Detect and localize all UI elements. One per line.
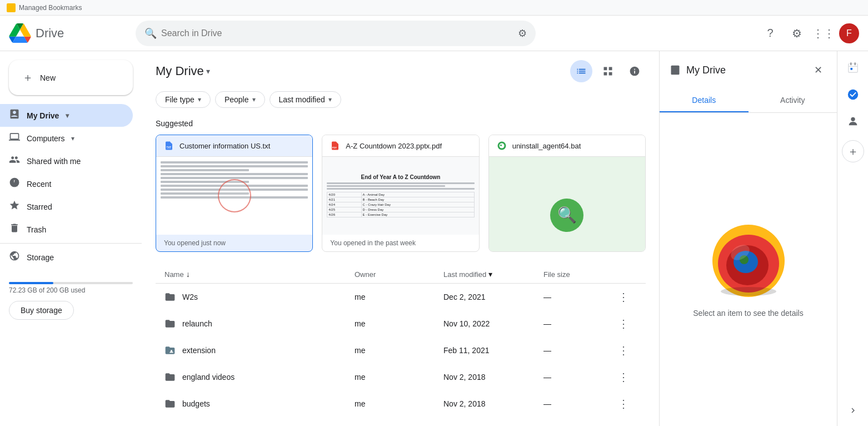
- list-view-button[interactable]: [570, 60, 592, 82]
- col-header-owner: Owner: [355, 270, 443, 279]
- sidebar-item-trash[interactable]: Trash: [0, 218, 133, 241]
- last-modified-filter[interactable]: Last modified ▾: [270, 91, 341, 108]
- sidebar-item-storage[interactable]: Storage: [0, 246, 133, 269]
- file-name-text: england videos: [182, 373, 235, 382]
- file-type-label: File type: [165, 95, 194, 104]
- table-row[interactable]: extension me Feb 11, 2021 — ⋮: [156, 337, 646, 364]
- sidebar-item-shared[interactable]: Shared with me: [0, 150, 133, 172]
- new-button-label: New: [40, 73, 56, 82]
- card-header-pdf: PDF A-Z Countdown 2023.pptx.pdf: [322, 135, 478, 157]
- more-options-button[interactable]: ⋮: [610, 395, 637, 413]
- sidebar-item-my-drive[interactable]: My Drive ▾: [0, 104, 133, 127]
- plus-icon: ＋: [22, 70, 33, 85]
- right-panel: My Drive ✕ Details Activity: [659, 51, 837, 426]
- file-type-filter[interactable]: File type ▾: [156, 91, 211, 108]
- more-icon[interactable]: ⋮: [616, 288, 631, 306]
- card-filename-pdf: A-Z Countdown 2023.pptx.pdf: [346, 142, 442, 150]
- owner-cell: me: [355, 293, 443, 301]
- title-chevron-icon: ▾: [206, 67, 210, 76]
- col-header-modified[interactable]: Last modified ▾: [443, 270, 543, 279]
- size-cell: —: [543, 319, 610, 328]
- table-row[interactable]: england videos me Nov 2, 2018 — ⋮: [156, 364, 646, 390]
- suggested-card-bat[interactable]: uninstall_agent64.bat 🔍 You opened in th…: [488, 135, 646, 252]
- tab-activity[interactable]: Activity: [749, 89, 837, 112]
- drive-title[interactable]: My Drive ▾: [156, 64, 210, 78]
- people-filter[interactable]: People ▾: [215, 91, 265, 108]
- search-input[interactable]: [161, 28, 513, 38]
- grid-view-button[interactable]: [597, 60, 619, 82]
- owner-cell: me: [355, 399, 443, 408]
- add-apps-button[interactable]: ＋: [842, 140, 864, 162]
- size-cell: —: [543, 346, 610, 355]
- more-icon[interactable]: ⋮: [616, 341, 631, 359]
- more-icon[interactable]: ⋮: [616, 315, 631, 333]
- folder-icon: [164, 291, 176, 303]
- google-calendar-icon-btn[interactable]: [842, 57, 864, 79]
- folder-icon-wrap: [164, 398, 176, 409]
- buy-storage-button[interactable]: Buy storage: [9, 301, 74, 320]
- col-size-label: File size: [543, 270, 570, 279]
- panel-illustration-svg: [710, 222, 787, 300]
- owner-cell: me: [355, 319, 443, 328]
- file-name-cell: W2s: [164, 291, 355, 303]
- last-modified-label: Last modified: [279, 95, 325, 104]
- more-options-button[interactable]: ⋮: [610, 288, 637, 306]
- panel-illustration: [710, 222, 787, 300]
- sidebar-item-starred[interactable]: Starred: [0, 195, 133, 218]
- folder-icon-wrap: [164, 291, 176, 303]
- new-button[interactable]: ＋ New: [9, 60, 133, 95]
- storage-text: 72.23 GB of 200 GB used: [9, 286, 133, 294]
- apps-button[interactable]: ⋮⋮: [812, 22, 835, 44]
- file-name-cell: relaunch: [164, 318, 355, 329]
- sidebar-label-starred: Starred: [27, 202, 52, 211]
- help-button[interactable]: ?: [759, 22, 781, 44]
- shared-folder-icon: [164, 345, 176, 356]
- sidebar-item-computers[interactable]: Computers ▾: [0, 127, 133, 150]
- more-options-button[interactable]: ⋮: [610, 368, 637, 386]
- search-bar[interactable]: 🔍 ⚙: [136, 21, 536, 46]
- panel-close-button[interactable]: ✕: [808, 60, 828, 80]
- file-name-cell: england videos: [164, 371, 355, 383]
- trash-icon: [9, 222, 20, 236]
- suggested-card-pdf[interactable]: PDF A-Z Countdown 2023.pptx.pdf End of Y…: [322, 135, 479, 252]
- google-contacts-icon-btn[interactable]: [842, 110, 864, 132]
- owner-cell: me: [355, 373, 443, 382]
- modified-sort-icon: ▾: [488, 270, 492, 279]
- avatar[interactable]: F: [839, 23, 859, 43]
- card-footer-pdf: You opened in the past week: [322, 235, 478, 251]
- size-cell: —: [543, 399, 610, 408]
- table-row[interactable]: relaunch me Nov 10, 2022 — ⋮: [156, 310, 646, 337]
- sidebar-item-recent[interactable]: Recent: [0, 172, 133, 195]
- svg-point-16: [851, 117, 855, 121]
- sidebar-label-trash: Trash: [27, 225, 46, 234]
- more-icon[interactable]: ⋮: [616, 368, 631, 386]
- table-row[interactable]: W2s me Dec 2, 2021 — ⋮: [156, 284, 646, 310]
- tune-icon[interactable]: ⚙: [518, 27, 527, 39]
- svg-point-12: [721, 287, 776, 296]
- logo-area: Drive: [9, 23, 131, 43]
- expand-panel-button[interactable]: [846, 404, 860, 417]
- bat-file-icon: [497, 141, 507, 151]
- more-icon[interactable]: ⋮: [616, 395, 631, 413]
- panel-title: My Drive: [686, 65, 804, 76]
- col-header-name[interactable]: Name ↓: [164, 270, 355, 279]
- more-options-button[interactable]: ⋮: [610, 315, 637, 333]
- chevron-right-icon: ▾: [71, 135, 74, 142]
- suggested-card-txt[interactable]: TXT Customer information US.txt: [156, 135, 313, 252]
- file-rows: W2s me Dec 2, 2021 — ⋮ relaunch me Nov 1…: [156, 284, 646, 417]
- tab-details[interactable]: Details: [660, 89, 749, 112]
- app-name: Drive: [36, 26, 64, 41]
- people-label: People: [225, 95, 249, 104]
- txt-file-icon: TXT: [164, 141, 174, 151]
- panel-header: My Drive ✕: [660, 51, 837, 89]
- table-row[interactable]: budgets me Nov 2, 2018 — ⋮: [156, 390, 646, 417]
- file-name-text: relaunch: [182, 319, 212, 328]
- settings-button[interactable]: ⚙: [786, 22, 808, 44]
- more-options-button[interactable]: ⋮: [610, 341, 637, 359]
- col-owner-label: Owner: [355, 270, 376, 279]
- modified-cell: Nov 2, 2018: [443, 399, 543, 408]
- info-button[interactable]: [623, 60, 646, 82]
- svg-rect-13: [848, 64, 857, 73]
- pdf-content: End of Year A to Z Countdown 4/20A - Ani…: [322, 170, 478, 222]
- google-tasks-icon-btn[interactable]: [842, 83, 864, 106]
